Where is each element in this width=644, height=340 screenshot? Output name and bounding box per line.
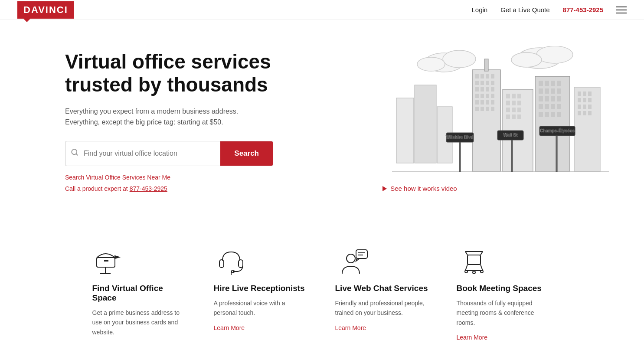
call-expert-line: Call a product expert at 877-453-2925 xyxy=(65,185,374,192)
svg-rect-16 xyxy=(475,81,479,85)
svg-rect-80 xyxy=(517,108,521,112)
logo-wrap: DAVINCI xyxy=(17,1,74,19)
svg-rect-85 xyxy=(459,139,461,172)
svg-line-109 xyxy=(465,252,467,255)
svg-rect-18 xyxy=(486,81,489,85)
svg-line-1 xyxy=(76,154,77,155)
service-title-meeting: Book Meeting Spaces xyxy=(457,284,552,293)
svg-rect-64 xyxy=(588,98,592,102)
svg-rect-68 xyxy=(578,111,581,115)
svg-text:Wall St: Wall St xyxy=(503,133,518,137)
svg-rect-8 xyxy=(396,98,414,163)
svg-rect-52 xyxy=(551,104,555,109)
svg-rect-39 xyxy=(545,81,549,86)
svg-rect-27 xyxy=(491,94,494,98)
location-search-input[interactable] xyxy=(84,142,220,165)
svg-rect-81 xyxy=(506,114,510,119)
hero-right: Wilshire Blvd Wall St Champs-Élysées See… xyxy=(374,46,627,192)
service-card-receptionists: Hire Live Receptionists A professional v… xyxy=(201,237,322,340)
svg-rect-74 xyxy=(517,94,521,98)
svg-rect-56 xyxy=(551,112,555,117)
svg-rect-22 xyxy=(486,87,489,92)
svg-point-114 xyxy=(481,270,483,273)
service-card-virtual-office: Find Virtual Office Space Get a prime bu… xyxy=(79,237,201,340)
svg-marker-99 xyxy=(115,256,119,258)
svg-rect-60 xyxy=(583,92,586,96)
svg-rect-82 xyxy=(512,114,516,119)
services-section: Find Virtual Office Space Get a prime bu… xyxy=(62,219,582,340)
call-expert-phone-link[interactable]: 877-453-2925 xyxy=(130,185,167,192)
svg-rect-15 xyxy=(491,74,494,78)
svg-rect-61 xyxy=(588,92,592,96)
svg-rect-44 xyxy=(551,88,555,94)
svg-rect-51 xyxy=(545,104,549,109)
davinci-logo[interactable]: DAVINCI xyxy=(17,1,74,19)
search-icon xyxy=(65,148,84,158)
svg-rect-63 xyxy=(583,98,586,102)
receptionists-icon xyxy=(214,245,248,276)
svg-rect-91 xyxy=(556,133,557,172)
svg-rect-94 xyxy=(97,258,115,267)
svg-rect-69 xyxy=(583,111,586,115)
svg-rect-57 xyxy=(557,112,561,117)
webchat-icon xyxy=(335,245,370,276)
learn-more-webchat-link[interactable]: Learn More xyxy=(335,324,366,331)
menu-bar-1 xyxy=(616,7,627,7)
svg-rect-36 xyxy=(484,59,488,71)
learn-more-receptionists-link[interactable]: Learn More xyxy=(214,324,245,331)
svg-rect-78 xyxy=(506,108,510,112)
svg-rect-67 xyxy=(588,105,592,109)
svg-rect-50 xyxy=(539,104,543,109)
svg-line-110 xyxy=(481,252,483,255)
hamburger-menu-button[interactable] xyxy=(616,7,627,13)
menu-bar-3 xyxy=(616,13,627,13)
svg-text:Wilshire Blvd: Wilshire Blvd xyxy=(446,135,473,140)
svg-text:Champs-Élysées: Champs-Élysées xyxy=(540,128,575,133)
service-title-webchat: Live Web Chat Services xyxy=(335,284,431,293)
svg-rect-43 xyxy=(545,88,549,94)
svg-rect-55 xyxy=(545,112,549,117)
hero-subtitle: Everything you expect from a modern busi… xyxy=(65,106,247,128)
svg-rect-48 xyxy=(551,96,555,101)
see-how-video-link[interactable]: See how it works video xyxy=(374,185,457,192)
hero-left: Virtual office services trusted by thous… xyxy=(65,46,374,196)
service-desc-meeting: Thousands of fully equipped meeting room… xyxy=(457,298,552,327)
svg-rect-23 xyxy=(491,87,494,92)
near-me-link[interactable]: Search Virtual Office Services Near Me xyxy=(65,174,374,181)
svg-rect-101 xyxy=(239,260,243,268)
search-button[interactable]: Search xyxy=(220,141,273,166)
main-nav: Login Get a Live Quote 877-453-2925 xyxy=(471,6,627,13)
svg-point-113 xyxy=(473,271,475,274)
service-desc-webchat: Friendly and professional people, traine… xyxy=(335,298,431,318)
learn-more-meeting-link[interactable]: Learn More xyxy=(457,334,488,340)
svg-rect-42 xyxy=(539,88,543,94)
svg-rect-34 xyxy=(486,107,489,111)
svg-rect-88 xyxy=(511,137,513,172)
service-desc-receptionists: A professional voice with a personal tou… xyxy=(214,298,309,318)
login-link[interactable]: Login xyxy=(471,6,487,13)
svg-rect-53 xyxy=(557,104,561,109)
svg-rect-54 xyxy=(539,112,543,117)
svg-rect-35 xyxy=(491,107,494,111)
play-icon xyxy=(382,186,387,191)
svg-rect-9 xyxy=(415,85,436,163)
svg-rect-65 xyxy=(578,105,581,109)
svg-rect-28 xyxy=(475,100,479,105)
svg-rect-24 xyxy=(475,94,479,98)
svg-point-112 xyxy=(465,270,467,273)
svg-rect-29 xyxy=(481,100,484,105)
svg-point-7 xyxy=(511,52,542,67)
svg-rect-32 xyxy=(475,107,479,111)
header: DAVINCI Login Get a Live Quote 877-453-2… xyxy=(0,0,644,20)
svg-rect-83 xyxy=(517,114,521,119)
meeting-icon xyxy=(457,245,491,276)
svg-rect-76 xyxy=(512,101,516,105)
service-card-meeting: Book Meeting Spaces Thousands of fully e… xyxy=(444,237,565,340)
svg-rect-47 xyxy=(545,96,549,101)
phone-link[interactable]: 877-453-2925 xyxy=(563,6,603,13)
get-live-quote-link[interactable]: Get a Live Quote xyxy=(500,6,549,13)
svg-rect-75 xyxy=(506,101,510,105)
search-bar: Search xyxy=(65,141,273,166)
svg-rect-45 xyxy=(557,88,561,94)
service-desc-virtual-office: Get a prime business address to use on y… xyxy=(92,308,188,337)
